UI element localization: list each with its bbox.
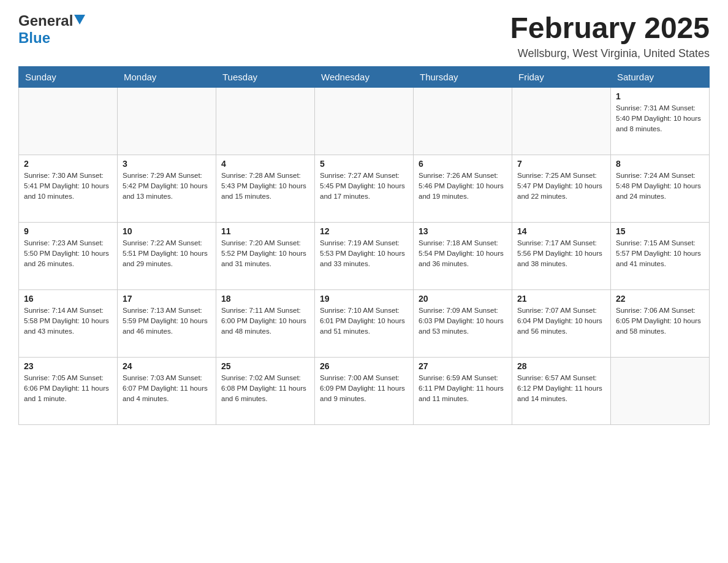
calendar-day-cell — [611, 357, 710, 424]
day-info: Sunrise: 7:30 AM Sunset: 5:41 PM Dayligh… — [24, 170, 112, 202]
day-number: 19 — [320, 294, 408, 304]
calendar-day-cell: 20Sunrise: 7:09 AM Sunset: 6:03 PM Dayli… — [414, 289, 512, 357]
day-info: Sunrise: 6:59 AM Sunset: 6:11 PM Dayligh… — [419, 373, 507, 405]
calendar-day-cell: 25Sunrise: 7:02 AM Sunset: 6:08 PM Dayli… — [216, 357, 315, 424]
day-info: Sunrise: 7:20 AM Sunset: 5:52 PM Dayligh… — [221, 238, 309, 270]
calendar-day-cell: 27Sunrise: 6:59 AM Sunset: 6:11 PM Dayli… — [414, 357, 512, 424]
day-number: 9 — [24, 226, 112, 236]
calendar-day-cell: 28Sunrise: 6:57 AM Sunset: 6:12 PM Dayli… — [512, 357, 611, 424]
location-text: Wellsburg, West Virginia, United States — [510, 47, 710, 60]
calendar-week-row: 9Sunrise: 7:23 AM Sunset: 5:50 PM Daylig… — [19, 222, 710, 289]
day-number: 24 — [123, 361, 211, 371]
day-number: 26 — [320, 361, 408, 371]
day-info: Sunrise: 7:03 AM Sunset: 6:07 PM Dayligh… — [123, 373, 211, 405]
day-number: 14 — [517, 226, 605, 236]
day-number: 15 — [616, 226, 704, 236]
calendar-day-cell — [512, 87, 611, 155]
day-of-week-header: Wednesday — [315, 66, 414, 87]
calendar-day-cell: 1Sunrise: 7:31 AM Sunset: 5:40 PM Daylig… — [611, 87, 710, 155]
day-info: Sunrise: 7:19 AM Sunset: 5:53 PM Dayligh… — [320, 238, 408, 270]
calendar-week-row: 2Sunrise: 7:30 AM Sunset: 5:41 PM Daylig… — [19, 155, 710, 222]
calendar-day-cell: 16Sunrise: 7:14 AM Sunset: 5:58 PM Dayli… — [19, 289, 118, 357]
day-number: 25 — [221, 361, 309, 371]
day-info: Sunrise: 7:02 AM Sunset: 6:08 PM Dayligh… — [221, 373, 309, 405]
calendar-day-cell: 23Sunrise: 7:05 AM Sunset: 6:06 PM Dayli… — [19, 357, 118, 424]
calendar-week-row: 23Sunrise: 7:05 AM Sunset: 6:06 PM Dayli… — [19, 357, 710, 424]
calendar-day-cell: 17Sunrise: 7:13 AM Sunset: 5:59 PM Dayli… — [118, 289, 216, 357]
day-info: Sunrise: 7:14 AM Sunset: 5:58 PM Dayligh… — [24, 305, 112, 337]
logo-general-text: General — [18, 12, 73, 29]
day-number: 11 — [221, 226, 309, 236]
day-number: 20 — [419, 294, 507, 304]
day-number: 27 — [419, 361, 507, 371]
day-of-week-header: Monday — [118, 66, 216, 87]
day-number: 2 — [24, 159, 112, 169]
day-info: Sunrise: 7:13 AM Sunset: 5:59 PM Dayligh… — [123, 305, 211, 337]
day-number: 13 — [419, 226, 507, 236]
day-number: 28 — [517, 361, 605, 371]
calendar-day-cell: 14Sunrise: 7:17 AM Sunset: 5:56 PM Dayli… — [512, 222, 611, 289]
day-info: Sunrise: 6:57 AM Sunset: 6:12 PM Dayligh… — [517, 373, 605, 405]
day-number: 21 — [517, 294, 605, 304]
logo-triangle-icon — [74, 15, 85, 27]
day-number: 10 — [123, 226, 211, 236]
calendar-day-cell — [216, 87, 315, 155]
calendar-day-cell: 18Sunrise: 7:11 AM Sunset: 6:00 PM Dayli… — [216, 289, 315, 357]
day-of-week-header: Sunday — [19, 66, 118, 87]
calendar-day-cell: 11Sunrise: 7:20 AM Sunset: 5:52 PM Dayli… — [216, 222, 315, 289]
day-number: 5 — [320, 159, 408, 169]
day-of-week-header: Saturday — [611, 66, 710, 87]
day-info: Sunrise: 7:00 AM Sunset: 6:09 PM Dayligh… — [320, 373, 408, 405]
page-header: General Blue February 2025 Wellsburg, We… — [18, 12, 710, 60]
day-number: 7 — [517, 159, 605, 169]
calendar-day-cell: 6Sunrise: 7:26 AM Sunset: 5:46 PM Daylig… — [414, 155, 512, 222]
day-info: Sunrise: 7:17 AM Sunset: 5:56 PM Dayligh… — [517, 238, 605, 270]
day-number: 4 — [221, 159, 309, 169]
day-number: 17 — [123, 294, 211, 304]
month-title: February 2025 — [510, 12, 710, 45]
day-info: Sunrise: 7:11 AM Sunset: 6:00 PM Dayligh… — [221, 305, 309, 337]
calendar-day-cell: 12Sunrise: 7:19 AM Sunset: 5:53 PM Dayli… — [315, 222, 414, 289]
day-info: Sunrise: 7:26 AM Sunset: 5:46 PM Dayligh… — [419, 170, 507, 202]
calendar-day-cell: 10Sunrise: 7:22 AM Sunset: 5:51 PM Dayli… — [118, 222, 216, 289]
day-info: Sunrise: 7:31 AM Sunset: 5:40 PM Dayligh… — [616, 103, 704, 135]
day-info: Sunrise: 7:10 AM Sunset: 6:01 PM Dayligh… — [320, 305, 408, 337]
day-info: Sunrise: 7:05 AM Sunset: 6:06 PM Dayligh… — [24, 373, 112, 405]
day-info: Sunrise: 7:15 AM Sunset: 5:57 PM Dayligh… — [616, 238, 704, 270]
day-number: 8 — [616, 159, 704, 169]
day-info: Sunrise: 7:06 AM Sunset: 6:05 PM Dayligh… — [616, 305, 704, 337]
logo: General Blue — [18, 12, 85, 47]
calendar-day-cell: 19Sunrise: 7:10 AM Sunset: 6:01 PM Dayli… — [315, 289, 414, 357]
day-number: 6 — [419, 159, 507, 169]
day-number: 23 — [24, 361, 112, 371]
day-info: Sunrise: 7:23 AM Sunset: 5:50 PM Dayligh… — [24, 238, 112, 270]
calendar-day-cell: 22Sunrise: 7:06 AM Sunset: 6:05 PM Dayli… — [611, 289, 710, 357]
calendar-day-cell — [315, 87, 414, 155]
day-number: 12 — [320, 226, 408, 236]
day-info: Sunrise: 7:29 AM Sunset: 5:42 PM Dayligh… — [123, 170, 211, 202]
calendar-day-cell: 26Sunrise: 7:00 AM Sunset: 6:09 PM Dayli… — [315, 357, 414, 424]
day-of-week-header: Tuesday — [216, 66, 315, 87]
calendar-week-row: 16Sunrise: 7:14 AM Sunset: 5:58 PM Dayli… — [19, 289, 710, 357]
calendar-day-cell: 8Sunrise: 7:24 AM Sunset: 5:48 PM Daylig… — [611, 155, 710, 222]
calendar-day-cell: 7Sunrise: 7:25 AM Sunset: 5:47 PM Daylig… — [512, 155, 611, 222]
svg-marker-0 — [74, 15, 85, 25]
day-number: 22 — [616, 294, 704, 304]
day-of-week-header: Thursday — [414, 66, 512, 87]
calendar-day-cell — [19, 87, 118, 155]
calendar-day-cell: 9Sunrise: 7:23 AM Sunset: 5:50 PM Daylig… — [19, 222, 118, 289]
day-number: 18 — [221, 294, 309, 304]
day-info: Sunrise: 7:27 AM Sunset: 5:45 PM Dayligh… — [320, 170, 408, 202]
day-info: Sunrise: 7:25 AM Sunset: 5:47 PM Dayligh… — [517, 170, 605, 202]
day-info: Sunrise: 7:24 AM Sunset: 5:48 PM Dayligh… — [616, 170, 704, 202]
calendar-day-cell: 4Sunrise: 7:28 AM Sunset: 5:43 PM Daylig… — [216, 155, 315, 222]
calendar-table: SundayMondayTuesdayWednesdayThursdayFrid… — [18, 66, 710, 425]
calendar-header-row: SundayMondayTuesdayWednesdayThursdayFrid… — [19, 66, 710, 87]
title-section: February 2025 Wellsburg, West Virginia, … — [510, 12, 710, 60]
calendar-day-cell: 24Sunrise: 7:03 AM Sunset: 6:07 PM Dayli… — [118, 357, 216, 424]
day-number: 3 — [123, 159, 211, 169]
day-info: Sunrise: 7:09 AM Sunset: 6:03 PM Dayligh… — [419, 305, 507, 337]
day-info: Sunrise: 7:28 AM Sunset: 5:43 PM Dayligh… — [221, 170, 309, 202]
day-number: 16 — [24, 294, 112, 304]
day-of-week-header: Friday — [512, 66, 611, 87]
